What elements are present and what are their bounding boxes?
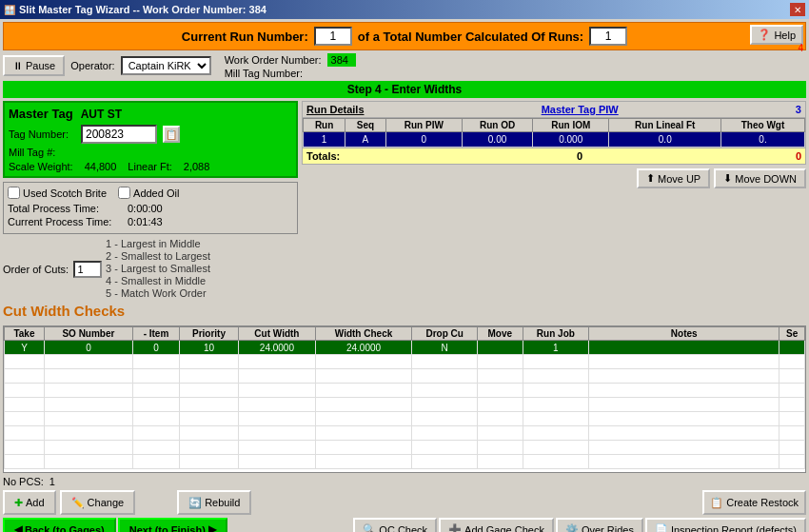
order-of-cuts-row: Order of Cuts: 1 - Largest in Middle 2 -… [3,238,298,300]
col-move: Move [478,327,523,341]
mill-tag-label: Mill Tag Number: [225,68,303,79]
current-run-input[interactable] [314,27,352,46]
run-col-od: Run OD [463,119,533,132]
cut-table-empty-row [5,441,805,455]
col-run-job: Run Job [523,327,589,341]
process-box: Used Scotch Brite Added Oil Total Proces… [3,182,298,234]
work-order-value: 384 [327,53,356,67]
cut-table-empty-row [5,384,805,398]
inspection-icon: 📄 [655,523,668,532]
col-cut-width: Cut Width [239,327,316,341]
col-so-number: SO Number [44,327,132,341]
mill-tag-field-label: Mill Tag #: [9,147,75,158]
step-header: Step 4 - Enter Widths [3,81,806,98]
cuts-description: 1 - Largest in Middle 2 - Smallest to La… [106,238,210,300]
current-process-label: Current Process Time: [8,216,122,227]
run-col-run: Run [304,119,345,132]
rebuild-icon: 🔄 [188,497,202,509]
back-button[interactable]: ◀ Back (to Gages) [3,518,116,532]
current-process-value: 0:01:43 [128,216,163,227]
col-notes: Notes [589,327,779,341]
run-details-title: Run Details [306,104,365,115]
total-runs-label: of a Total Number Calculated Of Runs: [358,30,583,44]
added-oil-checkbox-label[interactable]: Added Oil [118,187,179,199]
close-window-button[interactable]: ✕ [790,3,805,16]
no-pcs-row: No PCS: 1 [3,476,806,487]
run-details-box: Run Details Master Tag PIW 3 Run Seq Run… [302,101,806,165]
piw-value: 3 [796,104,801,115]
run-col-piw: Run PIW [385,119,462,132]
col-priority: Priority [180,327,239,341]
work-order-label: Work Order Number: [225,54,322,66]
qc-check-button[interactable]: 🔍 QC Check [353,518,437,532]
move-down-button[interactable]: ⬇ Move DOWN [714,168,806,188]
cut-table-empty-row [5,355,805,369]
scotch-brite-checkbox-label[interactable]: Used Scotch Brite [8,187,107,199]
total-runs-input[interactable] [589,27,627,46]
totals-row: Totals: 0 0 [303,148,805,164]
pause-button[interactable]: ⏸ Pause [3,55,65,76]
master-tag-subtitle: AUT ST [81,108,122,121]
scale-weight-label: Scale Weight: [9,161,73,172]
cut-table-empty-row [5,398,805,412]
current-run-label: Current Run Number: [182,30,308,44]
scotch-brite-checkbox[interactable] [8,187,20,199]
linear-ft-label: Linear Ft: [128,161,171,172]
footer-nav: ◀ Back (to Gages) Next (to Finish) ▶ 🔍 Q… [3,518,806,532]
help-number: 4 [798,43,803,53]
help-button[interactable]: ❓ Help [750,25,803,45]
qc-icon: 🔍 [363,523,376,532]
cut-table-row[interactable]: Y 0 0 10 24.0000 24.0000 N 1 [5,341,805,355]
change-button[interactable]: ✏️ Change [60,490,136,515]
order-cuts-label: Order of Cuts: [3,264,69,275]
over-rides-button[interactable]: ⚙️ Over Rides [556,518,643,532]
next-icon: ▶ [208,523,216,532]
run-col-lineal: Run Lineal Ft [609,119,721,132]
tag-search-button[interactable]: 📋 [163,126,180,143]
totals-right-value: 0 [796,150,801,162]
next-button[interactable]: Next (to Finish) ▶ [118,518,227,532]
rebuild-button[interactable]: 🔄 Rebuild [177,490,251,515]
move-up-icon: ⬆ [646,172,655,185]
cut-width-table: Take SO Number - Item Priority Cut Width… [4,326,805,469]
add-icon: ✚ [14,497,23,509]
move-up-button[interactable]: ⬆ Move UP [637,168,710,188]
change-icon: ✏️ [71,497,85,509]
col-se: Se [779,327,805,341]
help-icon: ❓ [758,29,771,41]
run-table-row[interactable]: 1 A 0 0.00 0.000 0.0 0. [304,132,805,148]
no-pcs-label: No PCS: [3,476,44,487]
operator-select[interactable]: Captain KiRK [121,56,211,75]
cut-table-empty-row [5,426,805,441]
add-gage-check-button[interactable]: ➕ Add Gage Check [439,518,554,532]
col-drop-cu: Drop Cu [412,327,478,341]
col-item: - Item [132,327,179,341]
run-col-theo: Theo Wgt [721,119,805,132]
title-bar: 🪟 Slit Master Tag Wizard -- Work Order N… [0,0,809,19]
total-process-label: Total Process Time: [8,203,122,214]
title-bar-text: Slit Master Tag Wizard -- Work Order Num… [19,4,266,15]
cut-table-empty-row [5,412,805,426]
move-buttons: ⬆ Move UP ⬇ Move DOWN [302,168,806,188]
added-oil-checkbox[interactable] [118,187,130,199]
operator-bar: ⏸ Pause Operator: Captain KiRK Work Orde… [3,53,806,78]
tag-number-label: Tag Number: [9,128,75,140]
linear-ft-value: 2,088 [184,161,210,172]
add-gage-icon: ➕ [448,523,462,532]
run-col-seq: Seq [345,119,385,132]
total-process-value: 0:00:00 [128,203,163,214]
create-restock-button[interactable]: 📋 Create Restock [702,490,806,515]
inspection-report-button[interactable]: 📄 Inspection Report (defects) [645,518,806,532]
overrides-icon: ⚙️ [565,523,579,532]
run-table: Run Seq Run PIW Run OD Run IOM Run Linea… [303,118,805,148]
work-order-info: Work Order Number: 384 Mill Tag Number: [225,53,356,79]
cut-table-empty-row [5,369,805,384]
add-button[interactable]: ✚ Add [3,490,56,515]
master-tag-piw-label: Master Tag PIW [542,104,619,115]
cut-table-empty-row [5,455,805,469]
order-cuts-input[interactable] [73,261,102,278]
create-restock-icon: 📋 [710,497,723,509]
back-icon: ◀ [14,523,22,532]
totals-label: Totals: [306,150,364,162]
tag-number-input[interactable] [81,125,157,144]
